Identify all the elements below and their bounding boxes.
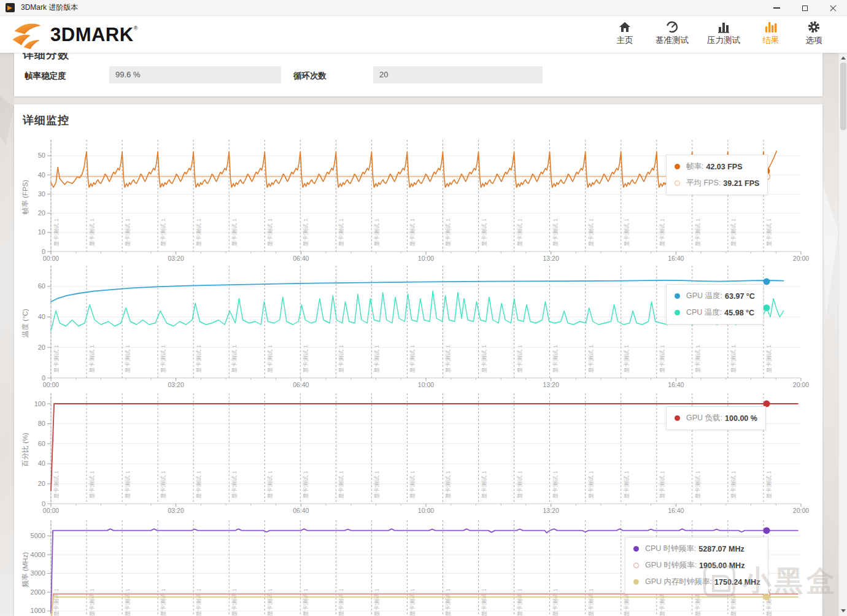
svg-text:50: 50 bbox=[38, 152, 45, 159]
legend-value: 5287.07 MHz bbox=[698, 545, 744, 553]
svg-text:显卡测试 1: 显卡测试 1 bbox=[338, 471, 344, 499]
svg-text:显卡测试 1: 显卡测试 1 bbox=[373, 218, 380, 247]
scrollbar-thumb[interactable] bbox=[840, 63, 846, 130]
logo-wordmark: 3DMARK® bbox=[50, 24, 138, 46]
svg-text:显卡测试 1: 显卡测试 1 bbox=[88, 345, 95, 373]
svg-text:20: 20 bbox=[38, 344, 45, 351]
svg-text:百分比 (%): 百分比 (%) bbox=[21, 433, 29, 467]
svg-text:60: 60 bbox=[38, 282, 45, 290]
svg-text:显卡测试 1: 显卡测试 1 bbox=[587, 218, 594, 247]
svg-text:显卡测试 1: 显卡测试 1 bbox=[730, 218, 737, 247]
scroll-down-icon[interactable] bbox=[841, 609, 846, 612]
temperature-chart-legend: GPU 温度:63.97 °CCPU 温度:45.98 °C bbox=[666, 284, 764, 325]
legend-item: CPU 时钟频率:5287.07 MHz bbox=[633, 544, 760, 554]
legend-marker-icon bbox=[675, 164, 680, 169]
svg-text:显卡测试 1: 显卡测试 1 bbox=[338, 218, 344, 247]
svg-text:显卡测试 1: 显卡测试 1 bbox=[409, 218, 416, 247]
main-nav: 主页 基准测试 压力测试 结果 bbox=[613, 20, 826, 46]
maximize-button[interactable] bbox=[791, 0, 819, 16]
home-icon bbox=[618, 20, 632, 34]
loop-count-label: 循环次数 bbox=[293, 71, 327, 82]
svg-text:显卡测试 1: 显卡测试 1 bbox=[302, 345, 309, 373]
svg-text:显卡测试 1: 显卡测试 1 bbox=[516, 471, 523, 499]
monitor-panel-title: 详细监控 bbox=[23, 113, 822, 128]
svg-text:16:40: 16:40 bbox=[668, 507, 684, 514]
fps-stability-label: 帧率稳定度 bbox=[25, 71, 66, 82]
svg-text:显卡测试 1: 显卡测试 1 bbox=[88, 588, 95, 616]
svg-text:显卡测试 1: 显卡测试 1 bbox=[195, 345, 202, 373]
svg-text:40: 40 bbox=[38, 313, 45, 320]
benchmark-gauge-icon bbox=[665, 20, 679, 34]
svg-text:4000: 4000 bbox=[31, 551, 45, 558]
legend-label: CPU 温度: bbox=[686, 307, 722, 318]
legend-marker-icon bbox=[675, 415, 680, 421]
svg-text:0: 0 bbox=[42, 374, 45, 382]
nav-item-options[interactable]: 选项 bbox=[802, 20, 826, 46]
app-icon bbox=[6, 3, 15, 12]
svg-text:显卡测试 1: 显卡测试 1 bbox=[444, 345, 451, 373]
svg-text:100: 100 bbox=[34, 400, 45, 407]
window-title: 3DMark 进阶版本 bbox=[21, 2, 78, 13]
loop-count-field[interactable]: 20 bbox=[373, 66, 543, 83]
legend-label: CPU 时钟频率: bbox=[645, 544, 696, 554]
svg-text:20:00: 20:00 bbox=[793, 507, 809, 514]
svg-text:13:20: 13:20 bbox=[543, 507, 559, 514]
svg-text:60: 60 bbox=[38, 440, 45, 447]
svg-text:13:20: 13:20 bbox=[543, 381, 559, 388]
svg-text:温度 (°C): 温度 (°C) bbox=[21, 309, 29, 338]
svg-text:显卡测试 1: 显卡测试 1 bbox=[481, 471, 487, 499]
legend-item: GPU 温度:63.97 °C bbox=[675, 291, 755, 301]
svg-text:显卡测试 1: 显卡测试 1 bbox=[302, 471, 309, 499]
svg-text:显卡测试 1: 显卡测试 1 bbox=[231, 471, 238, 499]
clock-chart-legend: CPU 时钟频率:5287.07 MHzGPU 时钟频率:1905.00 MHz… bbox=[625, 537, 768, 594]
svg-text:显卡测试 1: 显卡测试 1 bbox=[53, 588, 60, 616]
svg-text:显卡测试 1: 显卡测试 1 bbox=[195, 471, 202, 499]
nav-item-home[interactable]: 主页 bbox=[613, 20, 637, 46]
svg-text:20: 20 bbox=[38, 209, 45, 217]
svg-text:显卡测试 1: 显卡测试 1 bbox=[160, 588, 166, 616]
legend-item: GPU 时钟频率:1905.00 MHz bbox=[633, 560, 760, 571]
svg-text:显卡测试 1: 显卡测试 1 bbox=[552, 588, 559, 616]
svg-text:显卡测试 1: 显卡测试 1 bbox=[409, 345, 416, 373]
svg-text:显卡测试 1: 显卡测试 1 bbox=[160, 471, 166, 499]
svg-text:显卡测试 1: 显卡测试 1 bbox=[444, 218, 451, 247]
legend-label: GPU 时钟频率: bbox=[645, 560, 697, 571]
fps-stability-field[interactable]: 99.6 % bbox=[109, 66, 281, 83]
svg-text:显卡测试 1: 显卡测试 1 bbox=[266, 345, 273, 373]
svg-text:显卡测试 1: 显卡测试 1 bbox=[730, 345, 737, 373]
svg-text:10:00: 10:00 bbox=[418, 381, 434, 388]
svg-text:显卡测试 1: 显卡测试 1 bbox=[765, 345, 772, 373]
detailed-score-panel: 详细分数 帧率稳定度 99.6 % 循环次数 20 bbox=[14, 53, 822, 96]
svg-text:显卡测试 1: 显卡测试 1 bbox=[481, 588, 487, 616]
window-titlebar: 3DMark 进阶版本 bbox=[0, 0, 847, 16]
options-gear-icon bbox=[807, 20, 821, 34]
svg-text:帧率 (FPS): 帧率 (FPS) bbox=[21, 180, 29, 214]
svg-text:显卡测试 1: 显卡测试 1 bbox=[587, 588, 594, 616]
legend-value: 100.00 % bbox=[725, 414, 757, 423]
svg-text:显卡测试 1: 显卡测试 1 bbox=[481, 218, 487, 247]
nav-item-stress-tests[interactable]: 压力测试 bbox=[707, 20, 740, 46]
legend-marker-icon bbox=[675, 293, 680, 299]
svg-text:显卡测试 1: 显卡测试 1 bbox=[659, 345, 665, 373]
svg-text:显卡测试 1: 显卡测试 1 bbox=[53, 218, 60, 247]
legend-item: 平均 FPS:39.21 FPS bbox=[675, 178, 759, 188]
nav-item-benchmarks[interactable]: 基准测试 bbox=[656, 20, 689, 46]
scroll-up-icon[interactable] bbox=[841, 56, 846, 60]
svg-text:06:40: 06:40 bbox=[293, 507, 309, 514]
svg-text:显卡测试 1: 显卡测试 1 bbox=[195, 218, 202, 247]
minimize-button[interactable] bbox=[762, 0, 791, 16]
nav-item-results[interactable]: 结果 bbox=[759, 20, 783, 46]
close-button[interactable] bbox=[819, 0, 847, 16]
close-icon bbox=[830, 5, 837, 12]
vertical-scrollbar[interactable] bbox=[838, 53, 847, 616]
svg-text:显卡测试 1: 显卡测试 1 bbox=[88, 471, 95, 499]
background-polygon bbox=[0, 96, 14, 145]
svg-text:显卡测试 1: 显卡测试 1 bbox=[373, 471, 380, 499]
svg-text:06:40: 06:40 bbox=[293, 255, 309, 262]
svg-text:显卡测试 1: 显卡测试 1 bbox=[444, 588, 451, 616]
svg-text:显卡测试 1: 显卡测试 1 bbox=[266, 588, 273, 616]
svg-text:30: 30 bbox=[38, 190, 45, 198]
svg-text:显卡测试 1: 显卡测试 1 bbox=[266, 218, 273, 247]
svg-text:显卡测试 1: 显卡测试 1 bbox=[373, 588, 380, 616]
svg-text:10:00: 10:00 bbox=[418, 507, 434, 514]
